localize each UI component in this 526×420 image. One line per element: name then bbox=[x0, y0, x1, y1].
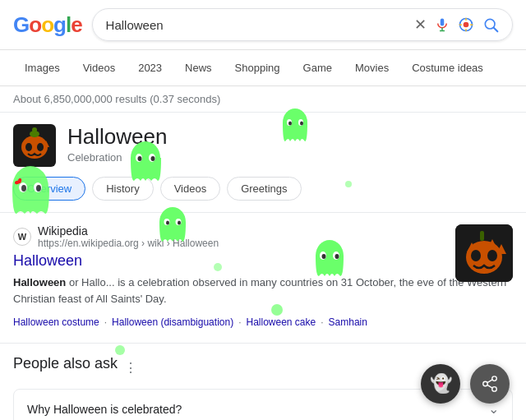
svg-line-28 bbox=[487, 385, 492, 388]
search-bar: ✕ bbox=[92, 8, 513, 41]
result-link-samhain[interactable]: Samhain bbox=[329, 313, 367, 331]
svg-point-23 bbox=[487, 250, 497, 261]
results-count: About 6,850,000,000 results (0.37 second… bbox=[0, 86, 526, 113]
paa-question-1: Why Halloween is celebrated? bbox=[27, 403, 182, 416]
halloween-thumbnail bbox=[13, 124, 56, 167]
search-tabs: Images Videos 2023 News Shopping Game Mo… bbox=[0, 50, 526, 86]
source-name: Wikipedia bbox=[38, 224, 219, 238]
knowledge-subtitle: Celebration ⋮ bbox=[67, 151, 513, 164]
svg-point-25 bbox=[492, 376, 497, 381]
tab-images[interactable]: Images bbox=[13, 55, 72, 82]
wiki-icon: W bbox=[13, 228, 31, 246]
paa-more-icon[interactable]: ⋮ bbox=[124, 360, 137, 376]
knowledge-tabs: Overview History Videos Greetings bbox=[13, 177, 513, 201]
search-button[interactable] bbox=[482, 16, 499, 33]
search-input[interactable] bbox=[106, 18, 408, 32]
google-logo: Google bbox=[13, 12, 82, 38]
svg-rect-24 bbox=[480, 231, 484, 241]
header: Google ✕ bbox=[0, 0, 526, 50]
svg-point-13 bbox=[37, 143, 44, 151]
svg-point-22 bbox=[471, 250, 481, 261]
result-links: Halloween costume · Halloween (disambigu… bbox=[13, 313, 513, 331]
fab-share-button[interactable] bbox=[470, 364, 510, 404]
tab-movies[interactable]: Movies bbox=[344, 55, 400, 82]
svg-point-16 bbox=[32, 127, 37, 132]
lens-button[interactable] bbox=[458, 16, 474, 33]
result-title[interactable]: Halloween bbox=[13, 252, 513, 270]
search-bar-icons: ✕ bbox=[414, 16, 499, 34]
tab-shopping[interactable]: Shopping bbox=[224, 55, 292, 82]
result-source: W Wikipedia https://en.wikipedia.org › w… bbox=[13, 224, 513, 249]
result-link-disambiguation[interactable]: Halloween (disambiguation) bbox=[112, 313, 233, 331]
knowledge-title-area: Halloween Celebration ⋮ bbox=[67, 124, 513, 164]
voice-search-button[interactable] bbox=[435, 17, 450, 32]
clear-button[interactable]: ✕ bbox=[414, 16, 427, 34]
k-tab-history[interactable]: History bbox=[92, 177, 153, 201]
knowledge-more-icon[interactable]: ⋮ bbox=[127, 151, 138, 164]
k-tab-videos[interactable]: Videos bbox=[160, 177, 221, 201]
link-sep-2: · bbox=[233, 313, 246, 331]
link-sep-3: · bbox=[316, 313, 328, 331]
svg-point-27 bbox=[492, 387, 497, 392]
source-url: https://en.wikipedia.org › wiki › Hallow… bbox=[38, 238, 219, 249]
tab-videos[interactable]: Videos bbox=[72, 55, 127, 82]
link-sep-1: · bbox=[99, 313, 112, 331]
tab-costume[interactable]: Costume ideas bbox=[400, 55, 495, 82]
knowledge-panel: Halloween Celebration ⋮ Overview History… bbox=[0, 113, 526, 213]
knowledge-header: Halloween Celebration ⋮ bbox=[13, 124, 513, 167]
svg-line-29 bbox=[487, 380, 492, 383]
k-tab-overview[interactable]: Overview bbox=[13, 177, 85, 201]
knowledge-title: Halloween bbox=[67, 124, 513, 150]
svg-line-6 bbox=[494, 28, 498, 32]
wikipedia-result: W Wikipedia https://en.wikipedia.org › w… bbox=[0, 213, 526, 344]
k-tab-greetings[interactable]: Greetings bbox=[227, 177, 301, 201]
svg-point-26 bbox=[483, 381, 488, 386]
fab-container: 👻 bbox=[421, 364, 510, 404]
fab-ghost-button[interactable]: 👻 bbox=[421, 364, 460, 404]
wiki-image bbox=[455, 224, 513, 282]
result-link-costume[interactable]: Halloween costume bbox=[13, 313, 99, 331]
svg-rect-0 bbox=[441, 19, 445, 26]
tab-game[interactable]: Game bbox=[292, 55, 344, 82]
paa-title: People also ask bbox=[13, 355, 118, 372]
svg-point-4 bbox=[464, 22, 469, 28]
tab-2023[interactable]: 2023 bbox=[127, 55, 173, 82]
result-link-cake[interactable]: Halloween cake bbox=[246, 313, 316, 331]
result-snippet: Halloween or Hallo... is a celebration o… bbox=[13, 275, 513, 307]
svg-point-12 bbox=[25, 143, 32, 151]
tab-news[interactable]: News bbox=[173, 55, 224, 82]
